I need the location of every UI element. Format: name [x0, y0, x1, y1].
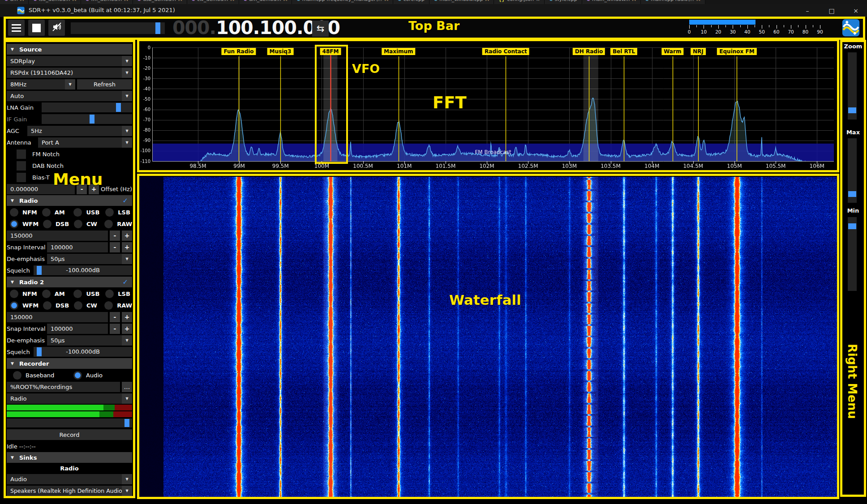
recorder-volume-slider[interactable]	[7, 419, 132, 427]
station-label-48fm[interactable]: 48FM	[320, 48, 341, 55]
recordings-path-input[interactable]: %ROOT%/Recordings	[7, 382, 120, 392]
mode-radio2-2[interactable]: USB	[70, 290, 100, 298]
refresh-button[interactable]: Refresh	[77, 79, 132, 90]
radio-button[interactable]	[73, 208, 82, 217]
editor-tab[interactable]: Cusb_demod.hM	[133, 0, 187, 4]
chevron-down-icon[interactable]: ▼	[122, 91, 132, 101]
lna-gain-slider[interactable]	[42, 103, 132, 112]
mode-radio1-6[interactable]: CW	[71, 220, 99, 228]
bandwidth-plus-button[interactable]: +	[122, 231, 132, 241]
bias-t-checkbox[interactable]	[17, 173, 26, 182]
bandwidth-input[interactable]: 150000	[7, 231, 108, 241]
snap-plus-button[interactable]: +	[122, 324, 132, 334]
radio-button[interactable]	[43, 220, 52, 228]
radio-button[interactable]	[73, 290, 82, 298]
mode-radio2-1[interactable]: AM	[39, 290, 69, 298]
snap-plus-button[interactable]: +	[122, 242, 132, 252]
snap-minus-button[interactable]: -	[110, 242, 120, 252]
mode-radio2-7[interactable]: RAW	[101, 301, 132, 310]
station-label-fun-radio[interactable]: Fun Radio	[221, 48, 256, 55]
stop-button[interactable]	[28, 20, 45, 36]
window-title-bar[interactable]: SDR++ v0.3.0_beta (Built at 00:12:37, Ju…	[0, 4, 867, 17]
radio-button[interactable]	[43, 301, 52, 310]
snap-interval-input[interactable]: 100000	[47, 242, 108, 252]
editor-tab[interactable]: Cmain_window.hM	[582, 0, 641, 4]
agc-select[interactable]: 5Hz▼	[27, 126, 132, 136]
samplerate-select[interactable]: 8MHz▼	[7, 79, 75, 90]
sink-device-select[interactable]: Speakers (Realtek High Definition Audio)…	[7, 485, 132, 496]
radio-button[interactable]	[105, 290, 114, 298]
minimize-button[interactable]: –	[800, 5, 815, 16]
fm-notch-checkbox[interactable]	[17, 149, 26, 159]
chevron-down-icon[interactable]: ▼	[122, 254, 132, 264]
recorder-stream-select[interactable]: Radio▼	[7, 393, 132, 404]
chevron-down-icon[interactable]: ▼	[122, 126, 132, 136]
mode-radio1-2[interactable]: USB	[70, 208, 100, 217]
radio-button[interactable]	[105, 208, 114, 217]
browse-button[interactable]: ...	[122, 382, 132, 392]
bandwidth-input[interactable]: 150000	[7, 312, 108, 322]
offset-input[interactable]: 0.000000	[7, 184, 75, 194]
max-slider[interactable]	[848, 138, 857, 203]
station-label-maximum[interactable]: Maximum	[382, 48, 415, 55]
editor-tab[interactable]: Cfm_demod.hM	[81, 0, 133, 4]
chevron-down-icon[interactable]: ▼	[122, 486, 132, 496]
editor-tab[interactable]: Cd.hM	[0, 0, 29, 4]
source-section-header[interactable]: ▼Source	[7, 43, 132, 55]
mode-radio2-6[interactable]: CW	[71, 301, 99, 310]
editor-tab[interactable]: Ccw_demod.hM	[187, 0, 239, 4]
close-button[interactable]: ×	[848, 5, 863, 16]
radio-button[interactable]	[10, 208, 18, 217]
editor-tab[interactable]: {}config.json×	[494, 0, 545, 4]
editor-tab[interactable]: Cam_demod.hM	[239, 0, 292, 4]
sdrpp-logo-button[interactable]	[841, 19, 860, 37]
chevron-down-icon[interactable]: ▼	[122, 56, 132, 66]
mode-radio2-0[interactable]: NFM	[7, 290, 37, 298]
module-enabled-check-icon[interactable]: ✓	[122, 196, 128, 205]
volume-slider[interactable]	[71, 22, 165, 34]
chevron-down-icon[interactable]: ▼	[122, 335, 132, 346]
antenna-select[interactable]: Port A▼	[38, 137, 132, 148]
waterfall-gain-scale[interactable]: 0102030405060708090	[689, 20, 827, 35]
squelch-slider[interactable]: -100.000dB	[34, 347, 132, 357]
radio-button[interactable]	[104, 301, 113, 310]
radio2-section-header[interactable]: ▼Radio 2✓	[7, 276, 132, 288]
chevron-down-icon[interactable]: ▼	[122, 393, 132, 404]
dab-notch-checkbox[interactable]	[17, 161, 26, 171]
bandwidth-minus-button[interactable]: -	[110, 231, 120, 241]
bandwidth-minus-button[interactable]: -	[110, 312, 120, 322]
source-driver-select[interactable]: SDRplay▼	[7, 55, 132, 67]
editor-tab[interactable]: Ciso_demod.hM	[29, 0, 81, 4]
slider-handle[interactable]	[124, 419, 129, 427]
radio-button[interactable]	[10, 290, 18, 298]
mode-radio1-1[interactable]: AM	[39, 208, 69, 217]
editor-tab[interactable]: Cmain.cpp radio\...M	[641, 0, 705, 4]
squelch-slider[interactable]: -100.000dB	[34, 265, 132, 275]
if-mode-select[interactable]: Auto▼	[7, 90, 132, 102]
tab-close-icon[interactable]: ×	[536, 0, 540, 2]
radio-button[interactable]	[74, 301, 82, 310]
bandwidth-plus-button[interactable]: +	[122, 312, 132, 322]
chevron-down-icon[interactable]: ▼	[122, 137, 132, 148]
editor-tab[interactable]: Cmain_window.cppM	[429, 0, 494, 4]
editor-tab-strip[interactable]: Cd.hMCiso_demod.hMCfm_demod.hMCusb_demod…	[0, 0, 867, 4]
mode-radio2-4[interactable]: WFM	[7, 301, 38, 310]
radio-button-selected[interactable]	[10, 301, 18, 310]
mode-radio1-7[interactable]: RAW	[101, 220, 132, 228]
snap-interval-input[interactable]: 100000	[47, 324, 108, 334]
menu-toggle-button[interactable]	[8, 20, 25, 36]
mode-radio2-5[interactable]: DSB	[40, 301, 69, 310]
station-label-nrj[interactable]: NRJ	[691, 48, 706, 55]
station-label-bel-rtl[interactable]: Bel RTL	[610, 48, 637, 55]
editor-tab[interactable]: Ccore.cpp	[393, 0, 429, 4]
deemphasis-select[interactable]: 50µs▼	[47, 335, 132, 346]
zoom-slider[interactable]	[848, 52, 857, 120]
station-label-equinox-fm[interactable]: Equinox FM	[717, 48, 756, 55]
snap-minus-button[interactable]: -	[110, 324, 120, 334]
recorder-mode-audio[interactable]: Audio	[70, 371, 132, 380]
fft-display[interactable]	[139, 42, 837, 171]
record-button[interactable]: Record	[7, 429, 132, 440]
sink-type-select[interactable]: Audio▼	[7, 473, 132, 485]
slider-handle[interactable]	[116, 103, 121, 112]
radio-button[interactable]	[42, 208, 51, 217]
